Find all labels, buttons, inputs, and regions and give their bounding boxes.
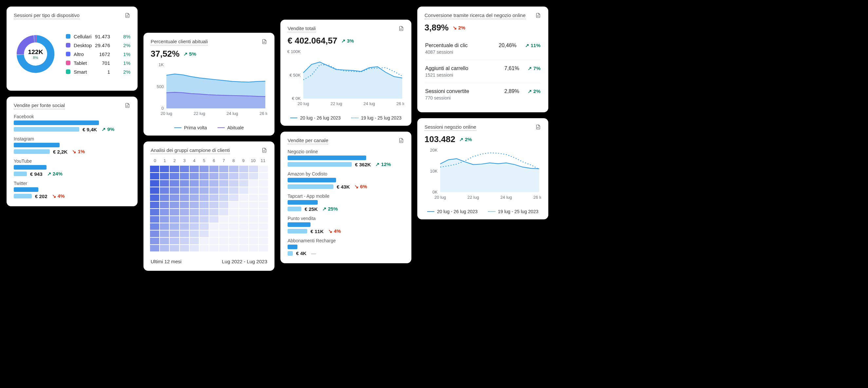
card-title: Sessioni negozio online (425, 124, 476, 131)
svg-text:22 lug: 22 lug (193, 111, 205, 116)
svg-text:20 lug: 20 lug (298, 101, 309, 106)
report-icon[interactable] (535, 12, 541, 18)
report-icon[interactable] (398, 137, 404, 143)
conversion-delta: 2% (453, 25, 465, 31)
bar-group: Facebook € 9,4K9% (14, 111, 130, 132)
report-icon[interactable] (535, 124, 541, 130)
svg-text:20 lug: 20 lug (160, 111, 172, 116)
totalsales-delta: 3% (341, 38, 354, 44)
bar-group: Twitter € 2024% (14, 178, 130, 199)
repeat-delta: 5% (183, 51, 196, 57)
svg-text:20K: 20K (430, 148, 438, 153)
bar-group: YouTube € 94324% (14, 156, 130, 177)
cohort-footer-right: Lug 2022 - Lug 2023 (222, 259, 267, 264)
svg-text:€ 50K: € 50K (289, 73, 301, 77)
card-sessions-by-device: Sessioni per tipo di dispositivo 122K 8%… (6, 6, 137, 91)
card-title: Vendite totali (287, 26, 316, 32)
conversion-value: 3,89% (425, 23, 449, 33)
legend-row: Desktop29.4762% (66, 41, 130, 50)
report-icon[interactable] (261, 39, 267, 44)
svg-text:1K: 1K (158, 62, 164, 67)
repeat-value: 37,52% (151, 49, 180, 59)
report-icon[interactable] (124, 12, 130, 18)
card-repeat-customers: Percentuale clienti abituali 37,52% 5% 1… (144, 33, 275, 135)
report-icon[interactable] (261, 147, 267, 153)
donut-chart: 122K 8% (14, 25, 57, 84)
bar-group: Tapcart - App mobile € 25K25% (287, 191, 404, 212)
legend-row: Tablet7011% (66, 59, 130, 67)
card-title: Percentuale clienti abituali (151, 39, 208, 45)
svg-text:0: 0 (161, 106, 164, 111)
bar-group: Instagram € 2,2K1% (14, 134, 130, 155)
card-title: Conversione tramite ricerca del negozio … (425, 12, 526, 19)
report-icon[interactable] (398, 26, 404, 31)
repeat-legend: Prima volta Abituale (144, 121, 275, 135)
svg-text:22 lug: 22 lug (467, 195, 479, 200)
card-search-conversion: Conversione tramite ricerca del negozio … (417, 6, 548, 112)
svg-text:€ 100K: € 100K (287, 49, 301, 54)
card-title: Vendite per fonte social (14, 102, 65, 109)
svg-text:22 lug: 22 lug (331, 101, 342, 106)
svg-text:0K: 0K (432, 190, 438, 194)
sessions-delta: 2% (459, 136, 472, 142)
svg-text:24 lug: 24 lug (364, 101, 375, 106)
bar-group: Negozio online € 362K12% (287, 147, 404, 167)
cohort-heatmap (144, 165, 275, 254)
card-cohort: Analisi dei gruppi campione di clienti 0… (144, 141, 275, 271)
bar-group: Amazon by Codisto € 43K6% (287, 169, 404, 190)
card-sales-by-social: Vendite per fonte social Facebook € 9,4K… (6, 97, 137, 206)
card-title: Sessioni per tipo di dispositivo (14, 12, 80, 19)
sessions-legend: 20 lug - 26 lug 2023 19 lug - 25 lug 202… (417, 204, 548, 219)
sessions-value: 103.482 (425, 134, 455, 144)
bar-group: Abbonamenti Recharge € 4K— (287, 235, 404, 256)
card-title: Analisi dei gruppi campione di clienti (151, 147, 230, 154)
legend-row: Smart12% (66, 67, 130, 76)
svg-text:26 lug: 26 lug (533, 195, 541, 200)
totalsales-value: € 402.064,57 (287, 36, 337, 46)
svg-text:24 lug: 24 lug (227, 111, 238, 116)
svg-text:26 lug: 26 lug (259, 111, 267, 116)
svg-text:24 lug: 24 lug (500, 195, 512, 200)
card-sales-by-channel: Vendite per canale Negozio online € 362K… (280, 132, 411, 263)
donut-center-value: 122K (28, 48, 43, 55)
donut-center-delta: 8% (33, 56, 38, 60)
svg-text:10K: 10K (430, 169, 438, 173)
card-total-sales: Vendite totali € 402.064,57 3% € 100K€ 5… (280, 20, 411, 126)
svg-text:500: 500 (157, 84, 164, 89)
cohort-footer-left: Ultimi 12 mesi (151, 259, 182, 264)
legend-row: Altro16721% (66, 50, 130, 59)
card-title: Vendite per canale (287, 137, 328, 144)
bar-group: Punto vendita € 11K4% (287, 213, 404, 234)
legend-row: Cellulari91.4738% (66, 32, 130, 41)
conversion-row: Aggiunti al carrello1521 sessioni 7,61%7… (425, 60, 540, 83)
svg-text:20 lug: 20 lug (434, 195, 446, 200)
donut-legend: Cellulari91.4738%Desktop29.4762%Altro167… (66, 32, 130, 76)
totalsales-legend: 20 lug - 26 lug 2023 19 lug - 25 lug 202… (280, 111, 411, 126)
report-icon[interactable] (124, 102, 130, 108)
totalsales-chart: € 100K€ 50K€ 0K20 lug22 lug24 lug26 lug (287, 49, 404, 106)
sessions-chart: 20K10K0K20 lug22 lug24 lug26 lug (425, 148, 541, 200)
svg-text:26 lug: 26 lug (396, 101, 404, 106)
card-online-sessions: Sessioni negozio online 103.482 2% 20K10… (417, 118, 548, 219)
conversion-row: Percentuale di clic4087 sessioni 20,46%1… (425, 37, 540, 60)
conversion-row: Sessioni convertite770 sessioni 2,89%2% (425, 83, 540, 106)
repeat-chart: 1K500020 lug22 lug24 lug26 lug (151, 62, 267, 116)
svg-text:€ 0K: € 0K (292, 96, 301, 101)
